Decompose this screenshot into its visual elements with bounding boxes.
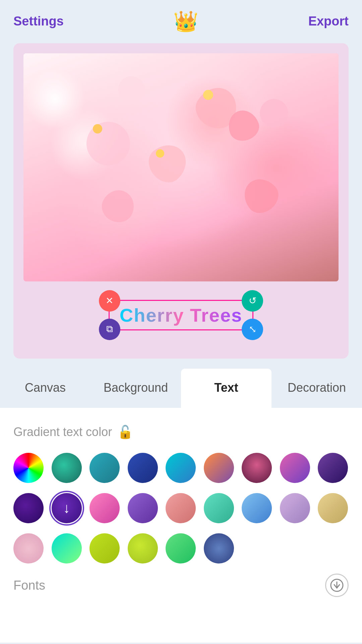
color-grid-row1 — [13, 453, 349, 483]
handle-duplicate[interactable]: ⧉ — [99, 319, 120, 340]
tab-text[interactable]: Text — [181, 369, 272, 408]
color-rainbow[interactable] — [13, 453, 44, 483]
petal-8 — [260, 99, 288, 127]
color-peach[interactable] — [166, 493, 196, 523]
color-deep-purple[interactable] — [13, 493, 44, 523]
canvas-text[interactable]: Cherry Trees — [120, 304, 242, 326]
flower-center-2 — [156, 149, 164, 158]
export-button[interactable]: Export — [308, 14, 349, 29]
lock-icon[interactable]: 🔓 — [117, 425, 133, 439]
color-mint[interactable] — [166, 533, 196, 564]
color-purple-dark[interactable] — [318, 453, 348, 483]
download-fonts-button[interactable] — [325, 574, 349, 597]
canvas-image[interactable] — [23, 53, 339, 281]
fonts-label: Fonts — [13, 578, 45, 593]
crown-icon: 👑 — [173, 9, 198, 33]
color-slate-blue[interactable] — [204, 533, 234, 564]
color-orange-purple[interactable] — [204, 453, 234, 483]
tab-decoration[interactable]: Decoration — [272, 369, 362, 408]
handle-resize[interactable]: ⤡ — [242, 319, 263, 340]
petal-4 — [118, 76, 145, 103]
text-selection-box[interactable]: ✕ ↺ ⧉ ⤡ Cherry Trees — [109, 300, 253, 330]
settings-button[interactable]: Settings — [13, 14, 64, 29]
tab-canvas[interactable]: Canvas — [0, 369, 90, 408]
fonts-section: Fonts — [13, 574, 349, 597]
header: Settings 👑 Export — [0, 0, 362, 40]
tab-background[interactable]: Background — [90, 369, 181, 408]
canvas-container: ✕ ↺ ⧉ ⤡ Cherry Trees — [13, 43, 349, 359]
color-pink-dark[interactable] — [242, 453, 272, 483]
color-cyan-teal[interactable] — [166, 453, 196, 483]
color-lilac[interactable] — [280, 493, 310, 523]
gradient-label: Gradient text color — [13, 425, 112, 439]
color-gold-light[interactable] — [318, 493, 348, 523]
handle-rotate[interactable]: ↺ — [242, 290, 263, 312]
color-purple-mid[interactable] — [128, 493, 158, 523]
text-overlay-area: ✕ ↺ ⧉ ⤡ Cherry Trees — [23, 288, 339, 342]
color-grid-row2: ↓ — [13, 493, 349, 523]
color-teal-dark[interactable] — [52, 453, 82, 483]
color-yellow-green[interactable] — [89, 533, 120, 564]
color-dark-blue[interactable] — [128, 453, 158, 483]
color-pink-pale[interactable] — [13, 533, 44, 564]
color-teal-blue[interactable] — [89, 453, 120, 483]
gradient-color-section: Gradient text color 🔓 — [13, 425, 349, 439]
tabs-container: Canvas Background Text Decoration — [0, 369, 362, 408]
handle-delete[interactable]: ✕ — [99, 290, 120, 312]
color-pink-purple[interactable] — [280, 453, 310, 483]
color-selected-purple[interactable]: ↓ — [52, 493, 82, 523]
flower-center-3 — [93, 124, 102, 133]
color-cyan-rainbow[interactable] — [52, 533, 82, 564]
color-lime[interactable] — [128, 533, 158, 564]
flower-center-1 — [203, 90, 213, 100]
content-area: Gradient text color 🔓 ↓ Fonts — [0, 408, 362, 643]
color-pink-light[interactable] — [89, 493, 120, 523]
color-cyan-light[interactable] — [204, 493, 234, 523]
color-grid-row3 — [13, 533, 349, 564]
color-blue-light[interactable] — [242, 493, 272, 523]
